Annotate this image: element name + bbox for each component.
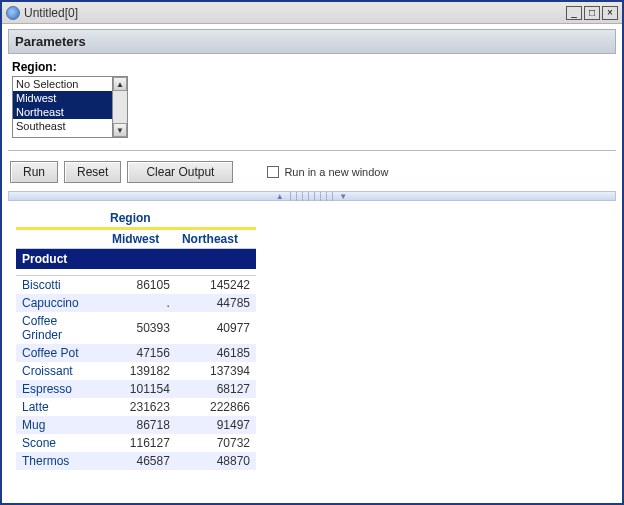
table-row: Coffee Pot4715646185: [16, 344, 256, 362]
value-midwest: 101154: [106, 380, 176, 398]
parameters-body: Region: No Selection Midwest Northeast S…: [8, 54, 616, 146]
product-name: Espresso: [16, 380, 106, 398]
region-option-southeast[interactable]: Southeast: [13, 119, 112, 133]
value-northeast: 46185: [176, 344, 256, 362]
value-midwest: 86718: [106, 416, 176, 434]
table-row: Scone11612770732: [16, 434, 256, 452]
divider: [8, 150, 616, 151]
product-name: Mug: [16, 416, 106, 434]
value-midwest: 50393: [106, 312, 176, 344]
region-option-noselection[interactable]: No Selection: [13, 77, 112, 91]
value-northeast: 222866: [176, 398, 256, 416]
content-area: Parameters Region: No Selection Midwest …: [2, 24, 622, 503]
column-header-northeast: Northeast: [176, 229, 256, 249]
region-column-header: Region: [106, 209, 256, 227]
product-name: Scone: [16, 434, 106, 452]
parameters-header: Parameters: [8, 29, 616, 54]
toolbar: Run Reset Clear Output Run in a new wind…: [8, 159, 616, 191]
value-midwest: .: [106, 294, 176, 312]
maximize-button[interactable]: □: [584, 6, 600, 20]
window-frame: Untitled[0] _ □ × Parameters Region: No …: [0, 0, 624, 505]
product-name: Coffee Pot: [16, 344, 106, 362]
table-row: Mug8671891497: [16, 416, 256, 434]
value-midwest: 47156: [106, 344, 176, 362]
table-row: Latte231623222866: [16, 398, 256, 416]
region-label: Region:: [12, 60, 612, 74]
product-name: Coffee Grinder: [16, 312, 106, 344]
run-new-window-checkbox[interactable]: [267, 166, 279, 178]
value-northeast: 91497: [176, 416, 256, 434]
output-pane: Region Midwest Northeast Product Biscott…: [8, 201, 616, 497]
value-northeast: 137394: [176, 362, 256, 380]
product-name: Biscotti: [16, 276, 106, 294]
value-northeast: 70732: [176, 434, 256, 452]
table-row: Croissant139182137394: [16, 362, 256, 380]
run-new-window-option[interactable]: Run in a new window: [267, 166, 388, 178]
clear-output-button[interactable]: Clear Output: [127, 161, 233, 183]
table-row: Espresso10115468127: [16, 380, 256, 398]
value-northeast: 40977: [176, 312, 256, 344]
value-northeast: 145242: [176, 276, 256, 294]
splitter-bar[interactable]: ▲ ┊┊┊┊┊┊┊┊ ▼: [8, 191, 616, 201]
reset-button[interactable]: Reset: [64, 161, 121, 183]
product-name: Thermos: [16, 452, 106, 470]
region-select[interactable]: No Selection Midwest Northeast Southeast…: [12, 76, 132, 138]
app-icon: [6, 6, 20, 20]
product-name: Croissant: [16, 362, 106, 380]
value-northeast: 44785: [176, 294, 256, 312]
scroll-track[interactable]: [113, 91, 127, 123]
value-midwest: 139182: [106, 362, 176, 380]
value-northeast: 48870: [176, 452, 256, 470]
window-title: Untitled[0]: [24, 6, 78, 20]
scroll-down-icon[interactable]: ▼: [113, 123, 127, 137]
table-row: Capuccino.44785: [16, 294, 256, 312]
listbox-scrollbar[interactable]: ▲ ▼: [112, 76, 128, 138]
product-row-header: Product: [16, 249, 256, 270]
value-midwest: 86105: [106, 276, 176, 294]
table-row: Thermos4658748870: [16, 452, 256, 470]
region-option-northeast[interactable]: Northeast: [13, 105, 112, 119]
table-row: Coffee Grinder5039340977: [16, 312, 256, 344]
value-midwest: 116127: [106, 434, 176, 452]
region-listbox[interactable]: No Selection Midwest Northeast Southeast: [12, 76, 112, 138]
run-new-window-label: Run in a new window: [284, 166, 388, 178]
titlebar: Untitled[0] _ □ ×: [2, 2, 622, 24]
report-table: Region Midwest Northeast Product Biscott…: [16, 209, 256, 470]
scroll-up-icon[interactable]: ▲: [113, 77, 127, 91]
region-option-midwest[interactable]: Midwest: [13, 91, 112, 105]
product-name: Latte: [16, 398, 106, 416]
table-row: Biscotti86105145242: [16, 276, 256, 294]
value-midwest: 46587: [106, 452, 176, 470]
run-button[interactable]: Run: [10, 161, 58, 183]
value-midwest: 231623: [106, 398, 176, 416]
column-header-midwest: Midwest: [106, 229, 176, 249]
close-button[interactable]: ×: [602, 6, 618, 20]
minimize-button[interactable]: _: [566, 6, 582, 20]
value-northeast: 68127: [176, 380, 256, 398]
product-name: Capuccino: [16, 294, 106, 312]
